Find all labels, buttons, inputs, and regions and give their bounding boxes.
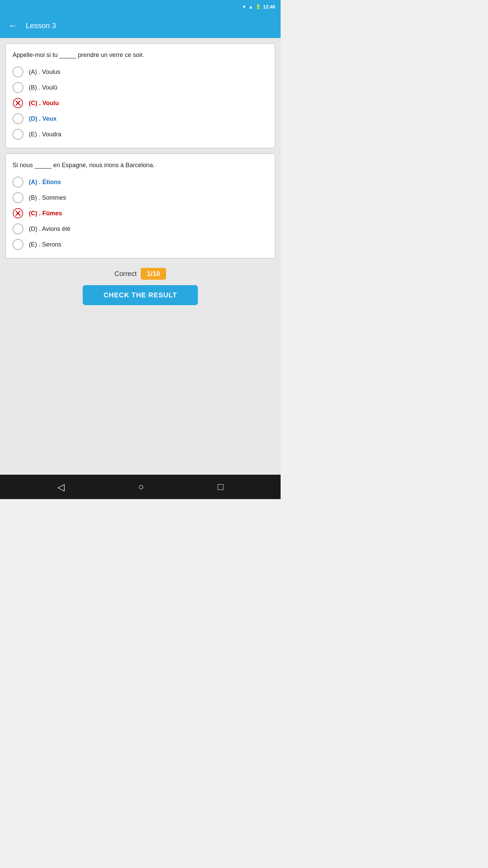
option-q1d[interactable]: (D) . Veux [13,113,268,124]
option-q1b[interactable]: (B) . Voulû [13,82,268,93]
option-label-q2c: (C) . Fûmes [29,210,62,217]
option-label-q1c: (C) . Voulu [29,100,59,107]
option-label-q1d: (D) . Veux [29,115,57,122]
wrong-icon-q1c [13,98,23,108]
question-card-1: Appelle-moi si tu _____ prendre un verre… [5,43,275,148]
score-label: Correct [115,270,137,278]
radio-q2a [13,177,23,188]
main-content: Appelle-moi si tu _____ prendre un verre… [0,38,281,475]
score-badge: 1/10 [141,268,166,280]
back-button[interactable]: ← [5,18,20,34]
option-label-q2b: (B) . Sommes [29,194,66,201]
radio-q2e [13,239,23,250]
nav-home-icon[interactable]: ○ [138,481,144,492]
option-label-q1b: (B) . Voulû [29,84,57,91]
option-q2c[interactable]: (C) . Fûmes [13,208,268,219]
wrong-icon-q2c [13,208,23,219]
option-q1e[interactable]: (E) . Voudra [13,129,268,140]
option-label-q1a: (A) . Voulus [29,68,60,76]
check-result-button[interactable]: CHECK THE RESULT [83,285,198,305]
option-q2e[interactable]: (E) . Serons [13,239,268,250]
question-text-2: Si nous _____ en Espagne, nous irions à … [13,161,268,170]
radio-q2d [13,223,23,234]
option-label-q2d: (D) . Avions été [29,225,70,233]
option-q2d[interactable]: (D) . Avions été [13,223,268,234]
battery-icon: 🔋 [255,4,261,9]
signal-icon: ▲ [248,4,253,9]
nav-bar: ◁ ○ □ [0,475,281,499]
radio-q2b [13,192,23,203]
option-q1a[interactable]: (A) . Voulus [13,66,268,77]
radio-q1a [13,66,23,77]
header-title: Lesson 3 [26,21,56,30]
radio-q1b [13,82,23,93]
score-row: Correct 1/10 [115,268,166,280]
question-card-2: Si nous _____ en Espagne, nous irions à … [5,154,275,258]
radio-q1e [13,129,23,140]
option-q2a[interactable]: (A) . Étions [13,177,268,188]
status-bar-icons: ▼ ▲ 🔋 12:48 [242,4,275,9]
option-q2b[interactable]: (B) . Sommes [13,192,268,203]
time-display: 12:48 [263,4,275,9]
bottom-area: Correct 1/10 CHECK THE RESULT [5,264,275,312]
question-text-1: Appelle-moi si tu _____ prendre un verre… [13,51,268,60]
option-label-q1e: (E) . Voudra [29,131,61,138]
header: ← Lesson 3 [0,14,281,38]
radio-q1d [13,113,23,124]
option-label-q2a: (A) . Étions [29,179,61,186]
option-q1c[interactable]: (C) . Voulu [13,98,268,108]
option-label-q2e: (E) . Serons [29,241,61,248]
nav-square-icon[interactable]: □ [218,481,223,492]
nav-back-icon[interactable]: ◁ [57,481,65,493]
wifi-icon: ▼ [242,4,246,9]
status-bar: ▼ ▲ 🔋 12:48 [0,0,281,14]
